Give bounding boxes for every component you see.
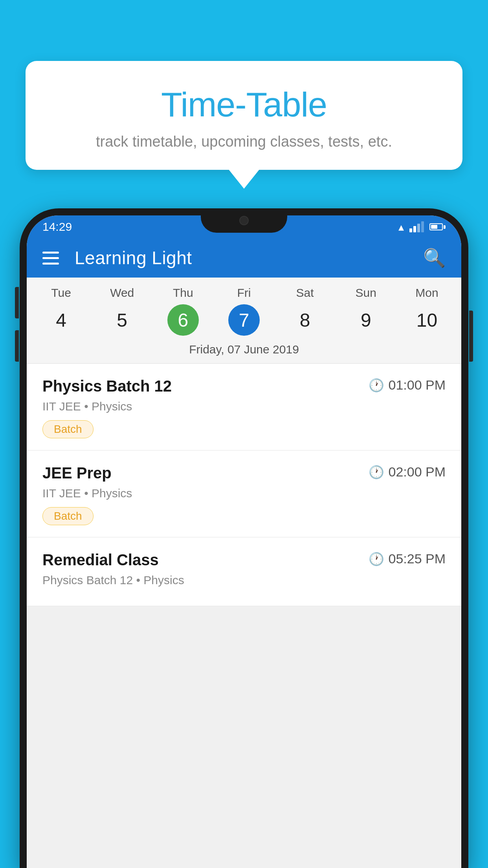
hero-subtitle: track timetable, upcoming classes, tests…	[45, 133, 443, 150]
day-name: Wed	[110, 286, 134, 300]
status-icons: ▴	[398, 221, 446, 234]
day-number[interactable]: 8	[289, 304, 321, 336]
phone-screen: 14:29 ▴	[27, 215, 461, 868]
day-number[interactable]: 4	[46, 304, 77, 336]
day-number[interactable]: 10	[411, 304, 442, 336]
day-number[interactable]: 5	[106, 304, 138, 336]
schedule-item[interactable]: Remedial Class 🕐 05:25 PM Physics Batch …	[27, 537, 461, 606]
batch-badge: Batch	[42, 507, 94, 525]
phone-mockup: 14:29 ▴	[20, 208, 468, 868]
schedule-item[interactable]: JEE Prep 🕐 02:00 PM IIT JEE • Physics Ba…	[27, 451, 461, 537]
day-col[interactable]: Thu6	[160, 286, 207, 336]
day-name: Tue	[51, 286, 71, 300]
day-col[interactable]: Sat8	[281, 286, 328, 336]
selected-date-label: Friday, 07 June 2019	[27, 336, 461, 364]
status-time: 14:29	[42, 220, 72, 234]
search-icon[interactable]: 🔍	[423, 247, 446, 268]
day-name: Thu	[173, 286, 193, 300]
power-button	[469, 311, 473, 362]
day-number[interactable]: 7	[228, 304, 260, 336]
phone-notch	[201, 208, 287, 233]
day-col[interactable]: Fri7	[220, 286, 268, 336]
schedule-item-sub: IIT JEE • Physics	[42, 487, 446, 500]
wifi-icon: ▴	[398, 221, 404, 234]
day-number[interactable]: 6	[167, 304, 199, 336]
schedule-item-sub: IIT JEE • Physics	[42, 400, 446, 413]
day-col[interactable]: Tue4	[38, 286, 85, 336]
day-col[interactable]: Wed5	[99, 286, 146, 336]
schedule-item[interactable]: Physics Batch 12 🕐 01:00 PM IIT JEE • Ph…	[27, 364, 461, 451]
hero-card: Time-Table track timetable, upcoming cla…	[26, 61, 462, 170]
clock-icon: 🕐	[369, 465, 384, 480]
app-bar: Learning Light 🔍	[27, 238, 461, 278]
volume-up-button	[15, 287, 19, 318]
schedule-item-time: 🕐 01:00 PM	[369, 377, 446, 393]
schedule-item-time: 🕐 02:00 PM	[369, 464, 446, 480]
calendar-strip[interactable]: Tue4Wed5Thu6Fri7Sat8Sun9Mon10 Friday, 07…	[27, 278, 461, 364]
schedule-item-name: Remedial Class	[42, 551, 159, 569]
clock-icon: 🕐	[369, 378, 384, 393]
signal-icon	[409, 221, 424, 232]
app-title: Learning Light	[75, 247, 407, 268]
hero-title: Time-Table	[45, 85, 443, 125]
schedule-item-sub: Physics Batch 12 • Physics	[42, 574, 446, 587]
day-name: Sat	[296, 286, 314, 300]
schedule-item-time: 🕐 05:25 PM	[369, 551, 446, 566]
volume-down-button	[15, 330, 19, 362]
day-number[interactable]: 9	[350, 304, 382, 336]
phone-outer: 14:29 ▴	[20, 208, 468, 868]
day-col[interactable]: Sun9	[342, 286, 389, 336]
batch-badge: Batch	[42, 420, 94, 438]
camera	[239, 216, 249, 225]
schedule-item-header: Remedial Class 🕐 05:25 PM	[42, 551, 446, 569]
schedule-item-header: JEE Prep 🕐 02:00 PM	[42, 464, 446, 482]
days-row: Tue4Wed5Thu6Fri7Sat8Sun9Mon10	[27, 286, 461, 336]
clock-icon: 🕐	[369, 552, 384, 566]
schedule-list: Physics Batch 12 🕐 01:00 PM IIT JEE • Ph…	[27, 364, 461, 606]
schedule-item-header: Physics Batch 12 🕐 01:00 PM	[42, 377, 446, 395]
menu-button[interactable]	[42, 252, 59, 265]
day-col[interactable]: Mon10	[403, 286, 450, 336]
day-name: Sun	[356, 286, 376, 300]
day-name: Mon	[415, 286, 438, 300]
day-name: Fri	[237, 286, 251, 300]
battery-icon	[429, 223, 446, 230]
schedule-item-name: JEE Prep	[42, 464, 112, 482]
schedule-item-name: Physics Batch 12	[42, 377, 172, 395]
